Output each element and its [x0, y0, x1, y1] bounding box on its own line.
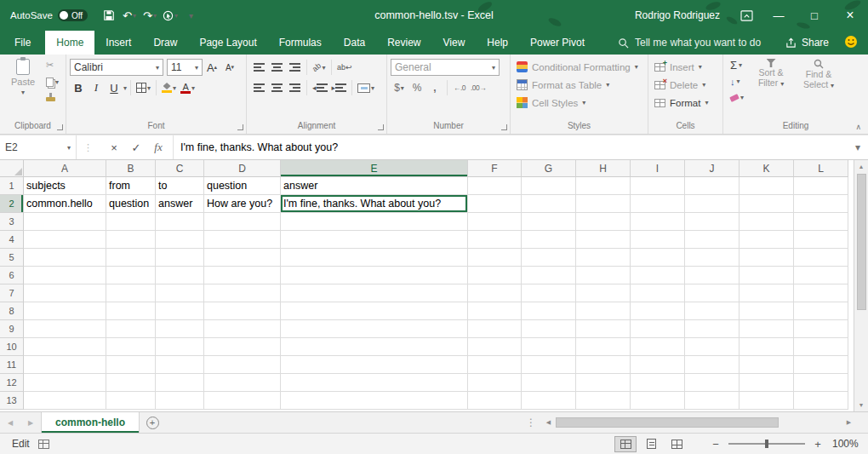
- cell-C1[interactable]: to: [156, 177, 204, 195]
- cell-D9[interactable]: [204, 320, 281, 338]
- cell-F7[interactable]: [468, 284, 522, 302]
- tab-data[interactable]: Data: [333, 31, 376, 55]
- cell-H8[interactable]: [576, 302, 631, 320]
- touch-mouse-mode-button[interactable]: ▾: [161, 4, 180, 26]
- cell-K2[interactable]: [740, 195, 794, 213]
- row-header-6[interactable]: 6: [0, 267, 24, 284]
- cell-E5[interactable]: [281, 249, 468, 267]
- cell-K5[interactable]: [740, 249, 794, 267]
- cell-B12[interactable]: [106, 374, 156, 392]
- cell-E6[interactable]: [281, 267, 468, 284]
- wrap-text-button[interactable]: ab↩: [335, 59, 354, 77]
- zoom-out-button[interactable]: −: [710, 438, 722, 451]
- ribbon-display-options-button[interactable]: [732, 0, 761, 31]
- horizontal-scrollbar[interactable]: ◀ ▶: [541, 412, 856, 433]
- page-break-view-button[interactable]: [665, 436, 688, 452]
- cell-F2[interactable]: [468, 195, 522, 213]
- page-layout-view-button[interactable]: [640, 436, 662, 452]
- vertical-scrollbar-thumb[interactable]: [857, 174, 866, 310]
- tab-home[interactable]: Home: [45, 31, 94, 55]
- row-header-12[interactable]: 12: [0, 374, 24, 392]
- redo-button[interactable]: ↷▾: [140, 4, 159, 26]
- undo-button[interactable]: ↶▾: [120, 4, 139, 26]
- decrease-indent-button[interactable]: ◂: [311, 79, 329, 97]
- cell-A2[interactable]: common.hello: [24, 195, 106, 213]
- cell-B8[interactable]: [106, 302, 156, 320]
- cell-K12[interactable]: [740, 374, 794, 392]
- customize-qat-button[interactable]: ▾: [181, 4, 200, 26]
- cell-F5[interactable]: [468, 249, 522, 267]
- cell-C13[interactable]: [156, 392, 204, 410]
- cell-L2[interactable]: [794, 195, 848, 213]
- cell-F8[interactable]: [468, 302, 522, 320]
- find-select-button[interactable]: Find & Select ▾: [797, 57, 841, 119]
- comma-style-button[interactable]: ,: [426, 79, 443, 97]
- percent-style-button[interactable]: %: [408, 79, 425, 97]
- cell-H10[interactable]: [576, 338, 631, 356]
- cell-H12[interactable]: [576, 374, 631, 392]
- cell-A11[interactable]: [24, 356, 106, 374]
- scroll-left-icon[interactable]: ◀: [541, 416, 556, 430]
- insert-function-button[interactable]: fx: [149, 138, 168, 157]
- cell-D5[interactable]: [204, 249, 281, 267]
- cell-D4[interactable]: [204, 231, 281, 249]
- format-as-table-button[interactable]: Format as Table▾: [514, 76, 644, 94]
- cell-C10[interactable]: [156, 338, 204, 356]
- cell-E12[interactable]: [281, 374, 468, 392]
- cell-J1[interactable]: [685, 177, 740, 195]
- column-header-J[interactable]: J: [685, 160, 740, 177]
- cell-C9[interactable]: [156, 320, 204, 338]
- tab-formulas[interactable]: Formulas: [268, 31, 333, 55]
- name-box[interactable]: E2▾: [0, 135, 77, 159]
- increase-font-size-button[interactable]: A▴: [203, 59, 220, 77]
- cell-I7[interactable]: [631, 284, 685, 302]
- column-header-E[interactable]: E: [281, 160, 468, 177]
- collapse-ribbon-button[interactable]: ∧: [855, 123, 861, 131]
- expand-formula-bar-button[interactable]: ▾: [848, 135, 868, 159]
- row-header-3[interactable]: 3: [0, 213, 24, 231]
- cell-H2[interactable]: [576, 195, 631, 213]
- share-button[interactable]: Share: [785, 37, 829, 49]
- clipboard-dialog-launcher[interactable]: [57, 124, 63, 130]
- cell-B6[interactable]: [106, 267, 156, 284]
- cell-K6[interactable]: [740, 267, 794, 284]
- scroll-up-icon[interactable]: ▲: [854, 160, 868, 173]
- cell-B9[interactable]: [106, 320, 156, 338]
- cell-A4[interactable]: [24, 231, 106, 249]
- sheet-tab-common-hello[interactable]: common-hello: [41, 412, 140, 433]
- cell-G2[interactable]: [522, 195, 576, 213]
- cell-F13[interactable]: [468, 392, 522, 410]
- cell-J2[interactable]: [685, 195, 740, 213]
- row-header-9[interactable]: 9: [0, 320, 24, 338]
- cell-L4[interactable]: [794, 231, 848, 249]
- feedback-smiley-button[interactable]: [844, 35, 858, 51]
- cell-E2[interactable]: I'm fine, thanks. What about you?: [281, 195, 468, 213]
- borders-button[interactable]: ▾: [134, 79, 152, 97]
- format-painter-button[interactable]: [44, 91, 60, 107]
- cell-B10[interactable]: [106, 338, 156, 356]
- cell-L8[interactable]: [794, 302, 848, 320]
- zoom-slider[interactable]: [728, 443, 805, 445]
- vertical-scrollbar[interactable]: ▲ ▼: [854, 160, 868, 411]
- new-sheet-button[interactable]: +: [140, 412, 165, 433]
- cell-G7[interactable]: [522, 284, 576, 302]
- font-color-button[interactable]: A▾: [179, 79, 197, 97]
- cell-L10[interactable]: [794, 338, 848, 356]
- cell-J6[interactable]: [685, 267, 740, 284]
- cell-E13[interactable]: [281, 392, 468, 410]
- number-dialog-launcher[interactable]: [501, 124, 507, 130]
- column-header-C[interactable]: C: [156, 160, 204, 177]
- orientation-button[interactable]: ab▾: [311, 59, 328, 77]
- cell-K13[interactable]: [740, 392, 794, 410]
- cell-G6[interactable]: [522, 267, 576, 284]
- cell-I11[interactable]: [631, 356, 685, 374]
- align-center-button[interactable]: [268, 79, 285, 97]
- cell-D1[interactable]: question: [204, 177, 281, 195]
- cell-G10[interactable]: [522, 338, 576, 356]
- cell-H6[interactable]: [576, 267, 631, 284]
- row-header-5[interactable]: 5: [0, 249, 24, 267]
- column-header-A[interactable]: A: [24, 160, 106, 177]
- cell-A7[interactable]: [24, 284, 106, 302]
- cell-D3[interactable]: [204, 213, 281, 231]
- cell-D2[interactable]: How are you?: [204, 195, 281, 213]
